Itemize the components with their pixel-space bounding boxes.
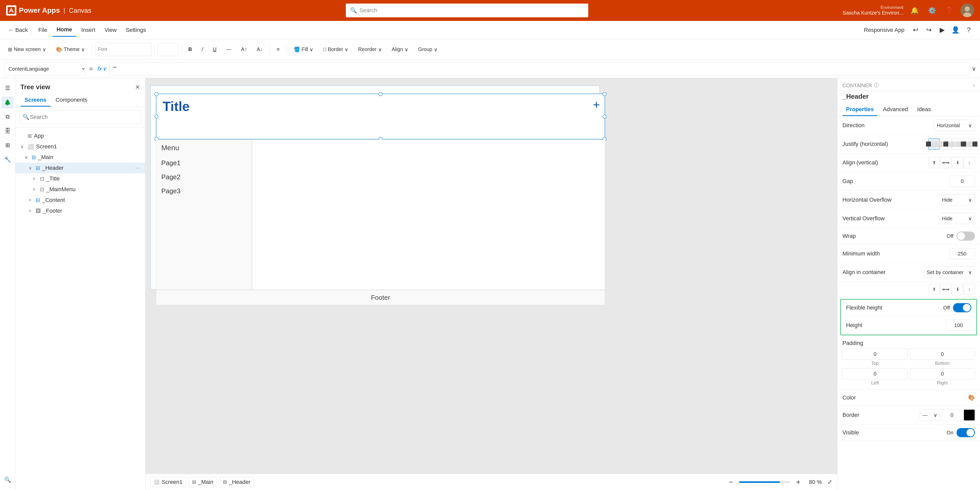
text-size-down-button[interactable]: A↓ bbox=[253, 42, 266, 57]
notification-button[interactable]: 🔔 bbox=[908, 4, 921, 17]
border-color-swatch[interactable] bbox=[964, 409, 975, 421]
handle-tl[interactable] bbox=[154, 92, 159, 96]
left-icon-components[interactable]: ⊞ bbox=[2, 139, 14, 151]
justify-space-button[interactable]: ⬛⬜⬛ bbox=[964, 138, 975, 150]
add-control-button[interactable]: + bbox=[593, 98, 600, 112]
menu-page1[interactable]: Page1 bbox=[156, 156, 251, 170]
breadcrumb-header[interactable]: ⊟ _Header bbox=[220, 477, 254, 487]
align-middle-button[interactable]: ⬅➡ bbox=[940, 157, 951, 168]
tab-properties[interactable]: Properties bbox=[842, 103, 877, 116]
fx-button[interactable]: fx ∨ bbox=[97, 65, 107, 72]
left-icon-menu[interactable]: ☰ bbox=[2, 82, 14, 94]
font-size-input[interactable] bbox=[158, 43, 178, 56]
responsive-app-button[interactable]: Responsive App bbox=[860, 25, 908, 35]
help-icon-btn[interactable]: ? bbox=[963, 24, 975, 36]
padding-bottom-input[interactable] bbox=[910, 349, 975, 360]
padding-right-input[interactable] bbox=[910, 368, 975, 379]
zoom-slider[interactable] bbox=[739, 481, 790, 483]
align-top-button[interactable]: ⬆ bbox=[928, 157, 940, 168]
tree-item-header[interactable]: ∨ ⊟ _Header ··· bbox=[15, 163, 145, 173]
formula-input[interactable] bbox=[110, 62, 970, 76]
wrap-toggle[interactable] bbox=[956, 232, 975, 241]
align-button[interactable]: Align ∨ bbox=[388, 42, 412, 57]
menu-insert[interactable]: Insert bbox=[77, 24, 100, 37]
border-width-input[interactable] bbox=[942, 409, 962, 421]
text-size-up-button[interactable]: A↑ bbox=[237, 42, 251, 57]
horiz-overflow-select[interactable]: Hide ∨ bbox=[939, 194, 975, 206]
formula-expand-icon[interactable]: ∨ bbox=[972, 65, 976, 72]
zoom-in-button[interactable]: + bbox=[793, 477, 803, 487]
new-screen-button[interactable]: ⊞ New screen ∨ bbox=[4, 42, 50, 57]
gap-input[interactable] bbox=[950, 176, 975, 187]
app-header-container[interactable]: Title + bbox=[156, 94, 605, 140]
back-button[interactable]: ← Back bbox=[5, 25, 31, 35]
left-icon-search[interactable]: 🔍 bbox=[2, 474, 14, 486]
fill-button[interactable]: 🪣 Fill ∨ bbox=[290, 42, 318, 57]
tree-close-button[interactable]: ✕ bbox=[135, 84, 140, 91]
user-avatar[interactable] bbox=[961, 4, 974, 17]
group-button[interactable]: Group ∨ bbox=[414, 42, 442, 57]
menu-file[interactable]: File bbox=[34, 24, 51, 37]
tree-item-content[interactable]: > ⊟ _Content bbox=[15, 195, 145, 206]
breadcrumb-main[interactable]: ⊟ _Main bbox=[189, 477, 217, 487]
menu-view[interactable]: View bbox=[100, 24, 121, 37]
padding-left-input[interactable] bbox=[842, 368, 908, 379]
tree-item-app[interactable]: ⊞ App bbox=[15, 130, 145, 141]
min-width-input[interactable] bbox=[950, 248, 975, 259]
tree-item-main[interactable]: ∨ ⊟ _Main bbox=[15, 152, 145, 163]
header-context-menu-button[interactable]: ··· bbox=[135, 165, 140, 171]
undo-button[interactable]: ↩ bbox=[910, 24, 922, 36]
reorder-button[interactable]: Reorder ∨ bbox=[354, 42, 386, 57]
visible-toggle[interactable] bbox=[956, 428, 975, 437]
left-icon-data[interactable]: 🗄 bbox=[2, 125, 14, 137]
align-container-start-button[interactable]: ⬆ bbox=[928, 284, 940, 295]
menu-home[interactable]: Home bbox=[52, 24, 76, 37]
height-input[interactable] bbox=[946, 320, 971, 331]
align-container-end-button[interactable]: ⬇ bbox=[952, 284, 963, 295]
redo-button[interactable]: ↪ bbox=[923, 24, 935, 36]
underline-button[interactable]: U bbox=[209, 42, 220, 57]
help-button[interactable]: ❓ bbox=[943, 4, 956, 17]
tree-tab-components[interactable]: Components bbox=[52, 94, 92, 106]
menu-page3[interactable]: Page3 bbox=[156, 184, 251, 198]
align-bottom-button[interactable]: ⬇ bbox=[952, 157, 963, 168]
flexible-height-toggle[interactable] bbox=[953, 303, 971, 312]
handle-mr[interactable] bbox=[603, 114, 607, 119]
text-align-button[interactable]: ≡ bbox=[273, 42, 283, 57]
fit-to-screen-button[interactable]: ⤢ bbox=[827, 479, 832, 485]
tree-item-title[interactable]: > ⊡ _Title bbox=[15, 173, 145, 184]
tab-ideas[interactable]: Ideas bbox=[914, 103, 935, 116]
handle-ml[interactable] bbox=[154, 114, 159, 119]
menu-settings[interactable]: Settings bbox=[122, 24, 150, 37]
bold-button[interactable]: B bbox=[185, 42, 196, 57]
border-button[interactable]: □ Border ∨ bbox=[319, 42, 352, 57]
padding-top-input[interactable] bbox=[842, 349, 908, 360]
property-select[interactable]: ContentLanguage bbox=[4, 62, 86, 76]
tab-advanced[interactable]: Advanced bbox=[880, 103, 912, 116]
align-container-center-button[interactable]: ⬅➡ bbox=[940, 284, 951, 295]
left-icon-layers[interactable]: ⧉ bbox=[2, 111, 14, 123]
align-in-container-select[interactable]: Set by container ∨ bbox=[924, 267, 975, 278]
zoom-out-button[interactable]: − bbox=[726, 477, 736, 487]
align-container-stretch-button[interactable]: ↕ bbox=[964, 284, 975, 295]
color-picker-button[interactable]: 🎨 bbox=[968, 395, 975, 401]
italic-button[interactable]: / bbox=[198, 42, 207, 57]
tree-item-mainmenu[interactable]: > ⊡ _MainMenu bbox=[15, 184, 145, 195]
play-button[interactable]: ▶ bbox=[936, 24, 948, 36]
left-icon-tools[interactable]: 🔧 bbox=[2, 154, 14, 166]
tree-item-screen1[interactable]: ∨ ⬜ Screen1 bbox=[15, 141, 145, 152]
settings-button[interactable]: ⚙️ bbox=[926, 4, 938, 17]
handle-tr[interactable] bbox=[603, 92, 607, 96]
breadcrumb-screen1[interactable]: ⬜ Screen1 bbox=[151, 477, 186, 487]
vert-overflow-select[interactable]: Hide ∨ bbox=[939, 213, 975, 224]
tree-tab-screens[interactable]: Screens bbox=[21, 94, 51, 106]
strikethrough-button[interactable]: — bbox=[222, 42, 235, 57]
handle-tc[interactable] bbox=[379, 92, 383, 96]
font-family-input[interactable] bbox=[95, 43, 151, 56]
left-icon-treeview[interactable]: 🌲 bbox=[2, 97, 14, 109]
tree-item-footer[interactable]: > 🖼 _Footer bbox=[15, 206, 145, 216]
panel-collapse-button[interactable]: › bbox=[973, 82, 975, 89]
user-icon-btn[interactable]: 👤 bbox=[950, 24, 962, 36]
tree-search-input[interactable] bbox=[19, 110, 141, 124]
direction-select[interactable]: Horizontal ∨ bbox=[934, 120, 975, 131]
